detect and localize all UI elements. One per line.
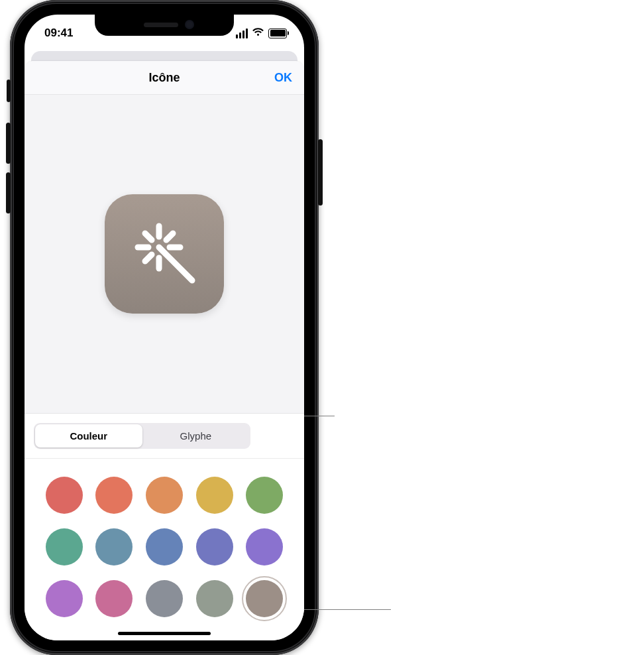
color-swatch-purple[interactable]	[46, 580, 83, 617]
svg-line-5	[145, 233, 152, 240]
color-swatch-red[interactable]	[46, 477, 83, 514]
color-swatch-yellow[interactable]	[196, 477, 233, 514]
color-swatch-teal[interactable]	[46, 528, 83, 566]
sheet-title: Icône	[148, 71, 180, 85]
iphone-frame: 09:41 Icôn	[10, 0, 319, 655]
segment-row: Couleur Glyphe	[25, 414, 304, 459]
home-indicator[interactable]	[118, 632, 211, 635]
battery-icon	[268, 29, 287, 38]
color-swatch-indigo[interactable]	[196, 528, 233, 566]
color-swatch-blue[interactable]	[146, 528, 183, 566]
color-swatch-slate[interactable]	[146, 580, 183, 617]
segment-glyph[interactable]: Glyphe	[142, 424, 250, 447]
segmented-control: Couleur Glyphe	[34, 423, 250, 449]
mute-switch	[7, 80, 11, 102]
screen-content: Icône OK	[25, 15, 304, 640]
volume-up-button	[6, 123, 11, 164]
svg-line-7	[145, 255, 152, 261]
cellular-icon	[236, 29, 248, 38]
svg-line-6	[166, 233, 173, 240]
icon-editor-sheet: Icône OK	[25, 61, 304, 640]
power-button	[318, 139, 323, 206]
color-swatch-orange[interactable]	[146, 477, 183, 514]
color-swatch-violet[interactable]	[246, 528, 283, 566]
color-grid	[25, 459, 304, 640]
color-swatch-steel-blue[interactable]	[95, 528, 133, 566]
color-swatch-pink[interactable]	[95, 580, 133, 617]
color-swatch-green[interactable]	[246, 477, 283, 514]
icon-preview	[105, 194, 224, 314]
color-swatch-coral[interactable]	[95, 477, 133, 514]
wifi-icon	[252, 27, 264, 40]
status-indicators	[236, 27, 287, 40]
segment-color[interactable]: Couleur	[35, 424, 142, 447]
sheet-navbar: Icône OK	[25, 61, 304, 95]
screen: 09:41 Icôn	[25, 15, 304, 640]
color-swatch-sage[interactable]	[196, 580, 233, 617]
clock: 09:41	[44, 27, 73, 40]
icon-preview-area	[25, 95, 304, 414]
notch	[95, 15, 234, 36]
confirm-button[interactable]: OK	[274, 71, 292, 85]
magic-wand-icon	[125, 213, 204, 295]
volume-down-button	[6, 172, 11, 213]
svg-line-0	[159, 247, 192, 280]
color-swatch-taupe[interactable]	[246, 580, 283, 617]
